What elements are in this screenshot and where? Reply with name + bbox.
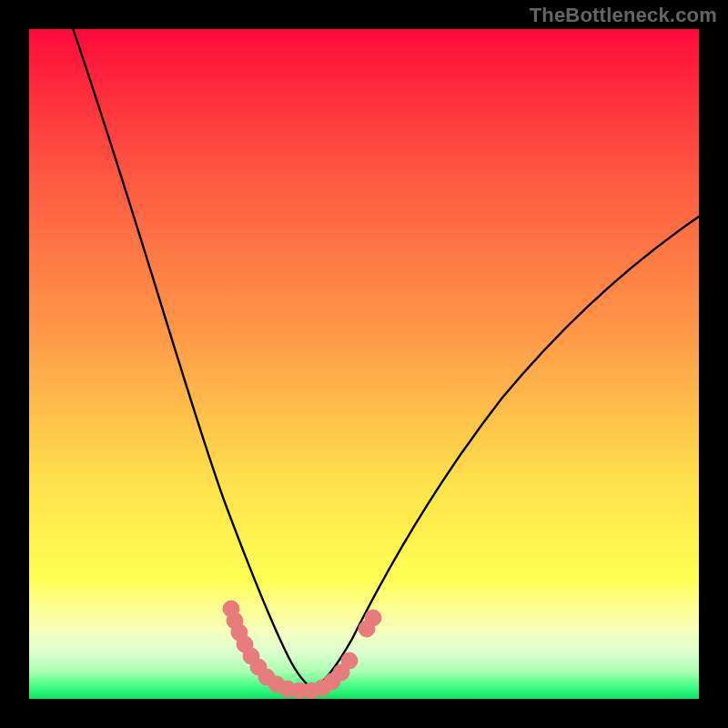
chart-stage: TheBottleneck.com (0, 0, 728, 728)
watermark-text: TheBottleneck.com (530, 4, 717, 27)
trough-marker-icon (341, 652, 358, 669)
bottleneck-curve (29, 29, 699, 699)
trough-marker-icon (365, 610, 381, 626)
curve-left-branch (70, 29, 313, 689)
trough-marker-group (223, 601, 381, 699)
plot-area (29, 29, 699, 699)
